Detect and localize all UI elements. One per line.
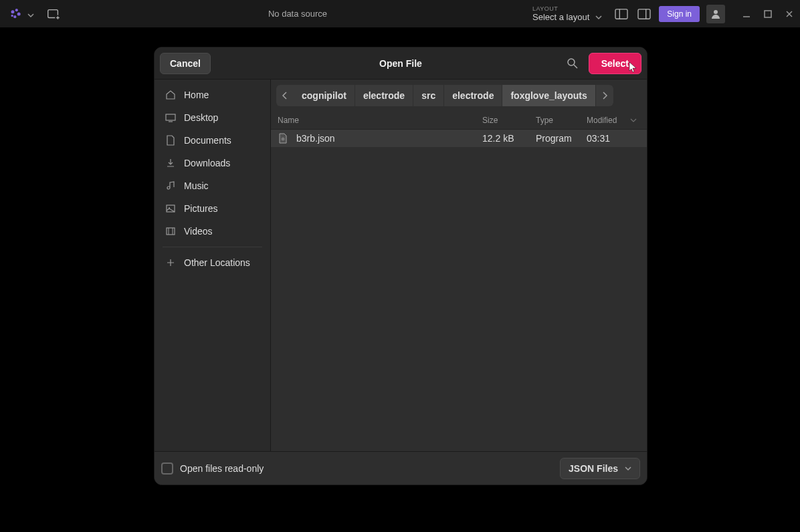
user-button[interactable] <box>706 5 725 23</box>
select-button[interactable]: Select <box>589 53 641 74</box>
breadcrumb-item[interactable]: electrode <box>444 85 502 106</box>
main-panel: cognipilot electrode src electrode foxgl… <box>271 80 647 451</box>
readonly-checkbox-row: Open files read-only <box>161 462 264 475</box>
panel-left-icon <box>614 8 629 20</box>
svg-rect-20 <box>167 228 175 235</box>
chevron-right-icon <box>601 92 608 100</box>
panel-right-icon <box>637 8 652 20</box>
sidebar-item-desktop[interactable]: Desktop <box>155 106 270 129</box>
app-menu-button[interactable] <box>5 5 39 23</box>
chevron-down-icon <box>27 10 35 18</box>
cursor-pointer-icon <box>629 61 638 74</box>
cancel-button[interactable]: Cancel <box>160 53 211 74</box>
sidebar-item-label: Videos <box>184 226 213 237</box>
pictures-icon <box>165 203 176 214</box>
breadcrumb-item[interactable]: cognipilot <box>294 85 355 106</box>
open-file-dialog: Cancel Open File Select Home Desktop <box>154 47 647 485</box>
breadcrumb-item[interactable]: src <box>413 85 444 106</box>
file-cell-size: 12.2 kB <box>482 133 536 144</box>
topbar-left <box>5 5 63 23</box>
sidebar-item-other-locations[interactable]: Other Locations <box>155 251 270 274</box>
sidebar-item-label: Other Locations <box>184 257 250 268</box>
sidebar-item-label: Music <box>184 180 209 191</box>
file-cell-name: b3rb.json <box>278 133 482 144</box>
sort-desc-icon <box>630 118 637 123</box>
dialog-footer: Open files read-only JSON Files <box>155 451 647 485</box>
close-button[interactable] <box>784 9 795 19</box>
left-panel-toggle[interactable] <box>613 7 629 21</box>
file-icon <box>278 133 288 144</box>
file-cell-type: Program <box>536 133 587 144</box>
downloads-icon <box>165 158 176 168</box>
sidebar-item-label: Pictures <box>184 203 218 214</box>
chevron-down-icon <box>595 13 603 21</box>
layout-value-row: Select a layout <box>532 12 603 22</box>
minimize-button[interactable] <box>741 9 752 19</box>
sidebar-item-downloads[interactable]: Downloads <box>155 152 270 174</box>
svg-line-15 <box>574 65 577 68</box>
svg-point-4 <box>11 14 13 16</box>
layout-value: Select a layout <box>532 12 589 22</box>
search-button[interactable] <box>566 57 579 70</box>
dialog-body: Home Desktop Documents Downloads Music P… <box>155 80 647 451</box>
sidebar-item-home[interactable]: Home <box>155 84 270 106</box>
svg-rect-13 <box>765 11 771 17</box>
foxglove-logo-icon <box>9 7 23 21</box>
documents-icon <box>165 135 176 146</box>
breadcrumb-forward-button[interactable] <box>596 85 613 106</box>
desktop-icon <box>165 112 176 123</box>
user-icon <box>710 9 721 19</box>
column-header-modified[interactable]: Modified <box>587 116 640 125</box>
column-header-name[interactable]: Name <box>278 116 482 125</box>
topbar-right: LAYOUT Select a layout Sign in <box>532 5 795 23</box>
breadcrumb: cognipilot electrode src electrode foxgl… <box>276 85 613 106</box>
sidebar-item-label: Desktop <box>184 112 218 123</box>
column-header-modified-label: Modified <box>587 116 617 125</box>
layout-label: LAYOUT <box>532 5 603 12</box>
dialog-header-right: Select <box>566 53 641 74</box>
sidebar-item-label: Documents <box>184 135 231 146</box>
svg-point-0 <box>11 10 15 13</box>
sidebar-item-music[interactable]: Music <box>155 174 270 197</box>
sidebar-item-label: Downloads <box>184 158 230 168</box>
data-source-label[interactable]: No data source <box>63 9 532 19</box>
maximize-icon <box>763 9 773 19</box>
sidebar-divider <box>163 247 262 247</box>
breadcrumb-item-current[interactable]: foxglove_layouts <box>502 85 595 106</box>
breadcrumb-back-button[interactable] <box>276 85 294 106</box>
chevron-left-icon <box>282 92 288 100</box>
svg-point-1 <box>15 9 18 11</box>
right-panel-toggle[interactable] <box>636 7 652 21</box>
filetype-label: JSON Files <box>569 463 618 474</box>
filetype-selector[interactable]: JSON Files <box>560 458 640 479</box>
file-name: b3rb.json <box>296 133 335 144</box>
app-topbar: No data source LAYOUT Select a layout Si… <box>0 0 800 27</box>
svg-point-11 <box>714 10 718 14</box>
signin-button[interactable]: Sign in <box>659 6 700 22</box>
sidebar-item-documents[interactable]: Documents <box>155 129 270 152</box>
svg-rect-9 <box>638 9 650 18</box>
breadcrumb-item[interactable]: electrode <box>355 85 413 106</box>
select-button-label: Select <box>601 58 629 69</box>
window-controls <box>741 9 795 19</box>
column-header-size[interactable]: Size <box>482 116 536 125</box>
column-header-type[interactable]: Type <box>536 116 587 125</box>
svg-point-14 <box>568 59 575 65</box>
svg-rect-16 <box>166 114 175 120</box>
maximize-button[interactable] <box>763 9 773 19</box>
add-panel-button[interactable] <box>44 5 63 23</box>
dialog-header: Cancel Open File Select <box>155 47 647 80</box>
svg-point-3 <box>13 15 16 18</box>
sidebar-item-label: Home <box>184 90 209 100</box>
places-sidebar: Home Desktop Documents Downloads Music P… <box>155 80 271 451</box>
layout-selector[interactable]: LAYOUT Select a layout <box>532 5 603 22</box>
sidebar-item-pictures[interactable]: Pictures <box>155 197 270 220</box>
table-header: Name Size Type Modified <box>271 112 647 130</box>
chevron-down-icon <box>625 466 631 471</box>
table-row[interactable]: b3rb.json 12.2 kB Program 03:31 <box>271 130 647 147</box>
sidebar-item-videos[interactable]: Videos <box>155 220 270 243</box>
dialog-title: Open File <box>379 58 422 69</box>
readonly-checkbox[interactable] <box>161 462 173 475</box>
readonly-label: Open files read-only <box>180 463 264 474</box>
svg-point-2 <box>17 12 21 15</box>
